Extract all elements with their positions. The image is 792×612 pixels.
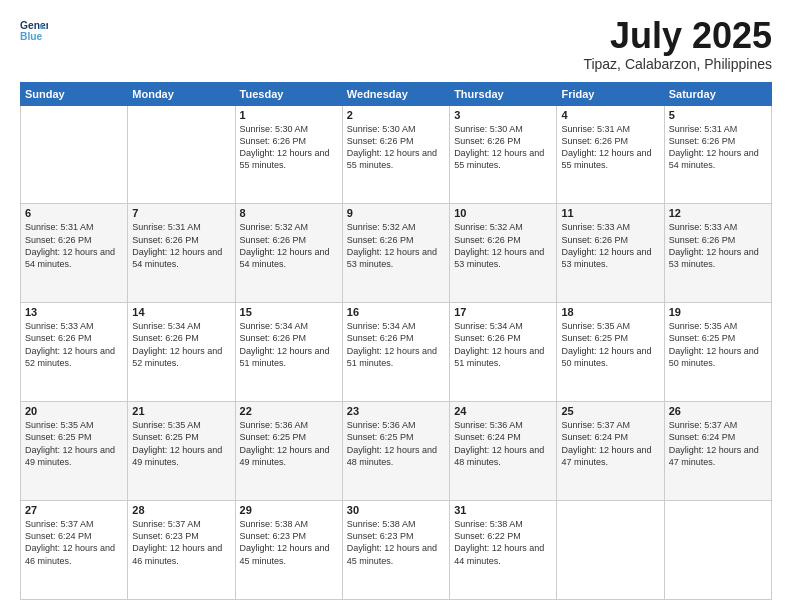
calendar-header-row: Sunday Monday Tuesday Wednesday Thursday… <box>21 82 772 105</box>
cell-info: Sunrise: 5:31 AMSunset: 6:26 PMDaylight:… <box>132 221 230 270</box>
table-row: 13Sunrise: 5:33 AMSunset: 6:26 PMDayligh… <box>21 303 128 402</box>
day-number: 3 <box>454 109 552 121</box>
day-number: 22 <box>240 405 338 417</box>
day-number: 15 <box>240 306 338 318</box>
table-row: 30Sunrise: 5:38 AMSunset: 6:23 PMDayligh… <box>342 501 449 600</box>
cell-info: Sunrise: 5:34 AMSunset: 6:26 PMDaylight:… <box>347 320 445 369</box>
table-row: 18Sunrise: 5:35 AMSunset: 6:25 PMDayligh… <box>557 303 664 402</box>
day-number: 28 <box>132 504 230 516</box>
cell-info: Sunrise: 5:36 AMSunset: 6:25 PMDaylight:… <box>347 419 445 468</box>
calendar-week-row: 27Sunrise: 5:37 AMSunset: 6:24 PMDayligh… <box>21 501 772 600</box>
cell-info: Sunrise: 5:32 AMSunset: 6:26 PMDaylight:… <box>454 221 552 270</box>
table-row: 9Sunrise: 5:32 AMSunset: 6:26 PMDaylight… <box>342 204 449 303</box>
col-tuesday: Tuesday <box>235 82 342 105</box>
table-row: 12Sunrise: 5:33 AMSunset: 6:26 PMDayligh… <box>664 204 771 303</box>
table-row: 29Sunrise: 5:38 AMSunset: 6:23 PMDayligh… <box>235 501 342 600</box>
svg-text:General: General <box>20 20 48 31</box>
table-row: 5Sunrise: 5:31 AMSunset: 6:26 PMDaylight… <box>664 105 771 204</box>
day-number: 17 <box>454 306 552 318</box>
col-thursday: Thursday <box>450 82 557 105</box>
table-row: 22Sunrise: 5:36 AMSunset: 6:25 PMDayligh… <box>235 402 342 501</box>
table-row: 27Sunrise: 5:37 AMSunset: 6:24 PMDayligh… <box>21 501 128 600</box>
cell-info: Sunrise: 5:36 AMSunset: 6:25 PMDaylight:… <box>240 419 338 468</box>
col-wednesday: Wednesday <box>342 82 449 105</box>
table-row: 11Sunrise: 5:33 AMSunset: 6:26 PMDayligh… <box>557 204 664 303</box>
day-number: 25 <box>561 405 659 417</box>
day-number: 6 <box>25 207 123 219</box>
day-number: 18 <box>561 306 659 318</box>
cell-info: Sunrise: 5:30 AMSunset: 6:26 PMDaylight:… <box>347 123 445 172</box>
day-number: 4 <box>561 109 659 121</box>
day-number: 16 <box>347 306 445 318</box>
day-number: 7 <box>132 207 230 219</box>
cell-info: Sunrise: 5:32 AMSunset: 6:26 PMDaylight:… <box>347 221 445 270</box>
calendar-week-row: 1Sunrise: 5:30 AMSunset: 6:26 PMDaylight… <box>21 105 772 204</box>
table-row: 2Sunrise: 5:30 AMSunset: 6:26 PMDaylight… <box>342 105 449 204</box>
day-number: 30 <box>347 504 445 516</box>
col-saturday: Saturday <box>664 82 771 105</box>
cell-info: Sunrise: 5:37 AMSunset: 6:24 PMDaylight:… <box>25 518 123 567</box>
day-number: 8 <box>240 207 338 219</box>
cell-info: Sunrise: 5:38 AMSunset: 6:23 PMDaylight:… <box>347 518 445 567</box>
page: General Blue July 2025 Tipaz, Calabarzon… <box>0 0 792 612</box>
cell-info: Sunrise: 5:31 AMSunset: 6:26 PMDaylight:… <box>669 123 767 172</box>
table-row: 10Sunrise: 5:32 AMSunset: 6:26 PMDayligh… <box>450 204 557 303</box>
col-sunday: Sunday <box>21 82 128 105</box>
day-number: 20 <box>25 405 123 417</box>
table-row: 8Sunrise: 5:32 AMSunset: 6:26 PMDaylight… <box>235 204 342 303</box>
col-monday: Monday <box>128 82 235 105</box>
table-row <box>128 105 235 204</box>
cell-info: Sunrise: 5:31 AMSunset: 6:26 PMDaylight:… <box>25 221 123 270</box>
month-title: July 2025 <box>583 16 772 56</box>
day-number: 12 <box>669 207 767 219</box>
day-number: 24 <box>454 405 552 417</box>
cell-info: Sunrise: 5:38 AMSunset: 6:22 PMDaylight:… <box>454 518 552 567</box>
day-number: 26 <box>669 405 767 417</box>
cell-info: Sunrise: 5:33 AMSunset: 6:26 PMDaylight:… <box>25 320 123 369</box>
cell-info: Sunrise: 5:32 AMSunset: 6:26 PMDaylight:… <box>240 221 338 270</box>
table-row: 24Sunrise: 5:36 AMSunset: 6:24 PMDayligh… <box>450 402 557 501</box>
header: General Blue July 2025 Tipaz, Calabarzon… <box>20 16 772 72</box>
day-number: 5 <box>669 109 767 121</box>
day-number: 21 <box>132 405 230 417</box>
table-row: 31Sunrise: 5:38 AMSunset: 6:22 PMDayligh… <box>450 501 557 600</box>
table-row: 20Sunrise: 5:35 AMSunset: 6:25 PMDayligh… <box>21 402 128 501</box>
cell-info: Sunrise: 5:31 AMSunset: 6:26 PMDaylight:… <box>561 123 659 172</box>
cell-info: Sunrise: 5:38 AMSunset: 6:23 PMDaylight:… <box>240 518 338 567</box>
logo-icon: General Blue <box>20 16 48 44</box>
table-row: 7Sunrise: 5:31 AMSunset: 6:26 PMDaylight… <box>128 204 235 303</box>
day-number: 14 <box>132 306 230 318</box>
cell-info: Sunrise: 5:33 AMSunset: 6:26 PMDaylight:… <box>561 221 659 270</box>
table-row: 17Sunrise: 5:34 AMSunset: 6:26 PMDayligh… <box>450 303 557 402</box>
cell-info: Sunrise: 5:35 AMSunset: 6:25 PMDaylight:… <box>25 419 123 468</box>
logo: General Blue <box>20 16 48 44</box>
table-row <box>557 501 664 600</box>
day-number: 27 <box>25 504 123 516</box>
table-row: 23Sunrise: 5:36 AMSunset: 6:25 PMDayligh… <box>342 402 449 501</box>
calendar: Sunday Monday Tuesday Wednesday Thursday… <box>20 82 772 600</box>
cell-info: Sunrise: 5:34 AMSunset: 6:26 PMDaylight:… <box>240 320 338 369</box>
table-row: 4Sunrise: 5:31 AMSunset: 6:26 PMDaylight… <box>557 105 664 204</box>
cell-info: Sunrise: 5:33 AMSunset: 6:26 PMDaylight:… <box>669 221 767 270</box>
cell-info: Sunrise: 5:34 AMSunset: 6:26 PMDaylight:… <box>454 320 552 369</box>
cell-info: Sunrise: 5:30 AMSunset: 6:26 PMDaylight:… <box>454 123 552 172</box>
cell-info: Sunrise: 5:35 AMSunset: 6:25 PMDaylight:… <box>669 320 767 369</box>
table-row: 25Sunrise: 5:37 AMSunset: 6:24 PMDayligh… <box>557 402 664 501</box>
day-number: 10 <box>454 207 552 219</box>
table-row: 21Sunrise: 5:35 AMSunset: 6:25 PMDayligh… <box>128 402 235 501</box>
table-row: 14Sunrise: 5:34 AMSunset: 6:26 PMDayligh… <box>128 303 235 402</box>
day-number: 1 <box>240 109 338 121</box>
cell-info: Sunrise: 5:30 AMSunset: 6:26 PMDaylight:… <box>240 123 338 172</box>
calendar-week-row: 6Sunrise: 5:31 AMSunset: 6:26 PMDaylight… <box>21 204 772 303</box>
day-number: 9 <box>347 207 445 219</box>
table-row: 26Sunrise: 5:37 AMSunset: 6:24 PMDayligh… <box>664 402 771 501</box>
calendar-week-row: 20Sunrise: 5:35 AMSunset: 6:25 PMDayligh… <box>21 402 772 501</box>
table-row: 28Sunrise: 5:37 AMSunset: 6:23 PMDayligh… <box>128 501 235 600</box>
cell-info: Sunrise: 5:35 AMSunset: 6:25 PMDaylight:… <box>132 419 230 468</box>
day-number: 29 <box>240 504 338 516</box>
table-row: 15Sunrise: 5:34 AMSunset: 6:26 PMDayligh… <box>235 303 342 402</box>
table-row: 6Sunrise: 5:31 AMSunset: 6:26 PMDaylight… <box>21 204 128 303</box>
cell-info: Sunrise: 5:36 AMSunset: 6:24 PMDaylight:… <box>454 419 552 468</box>
title-block: July 2025 Tipaz, Calabarzon, Philippines <box>583 16 772 72</box>
cell-info: Sunrise: 5:37 AMSunset: 6:23 PMDaylight:… <box>132 518 230 567</box>
